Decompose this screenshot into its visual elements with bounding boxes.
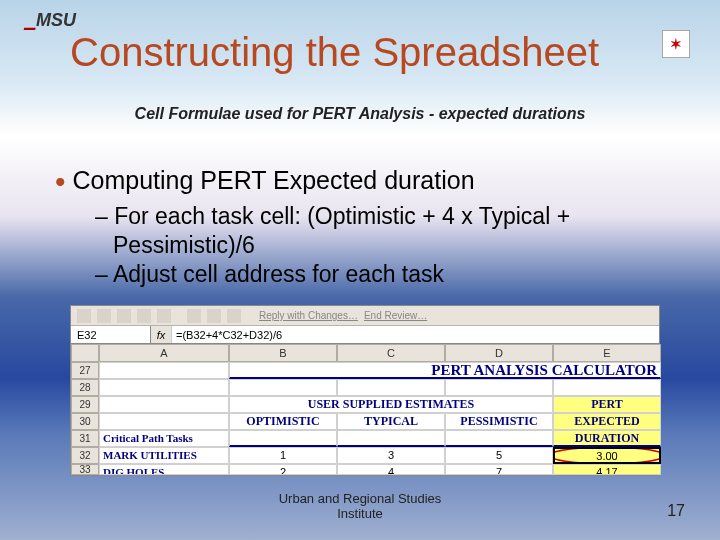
formula-input[interactable]: =(B32+4*C32+D32)/6 — [171, 326, 659, 343]
pert-title[interactable]: PERT ANALYSIS CALCULATOR — [229, 362, 661, 379]
col-pessimistic[interactable]: PESSIMISTIC — [445, 413, 553, 430]
cell[interactable]: 1 — [229, 447, 337, 464]
col-optimistic[interactable]: OPTIMISTIC — [229, 413, 337, 430]
pert-header[interactable]: EXPECTED — [553, 413, 661, 430]
sub-bullet-2: – Adjust cell address for each task — [95, 260, 680, 289]
fx-icon[interactable]: fx — [151, 329, 171, 341]
name-box[interactable]: E32 — [71, 326, 151, 343]
row-header[interactable]: 31 — [71, 430, 99, 447]
row-header[interactable]: 28 — [71, 379, 99, 396]
user-supplied-header[interactable]: USER SUPPLIED ESTIMATES — [229, 396, 553, 413]
cell[interactable] — [229, 379, 337, 396]
bullet-text: Computing PERT Expected duration — [72, 166, 474, 194]
cell[interactable] — [99, 396, 229, 413]
row-header[interactable]: 27 — [71, 362, 99, 379]
col-header[interactable]: C — [337, 344, 445, 362]
col-header[interactable]: B — [229, 344, 337, 362]
corner-cell[interactable] — [71, 344, 99, 362]
toolbar-icon[interactable] — [157, 309, 171, 323]
pert-header[interactable]: PERT — [553, 396, 661, 413]
bullet-dot-icon: • — [55, 165, 66, 198]
col-header[interactable]: A — [99, 344, 229, 362]
msu-logo: ⎯MSU — [25, 10, 76, 31]
slide-title: Constructing the Spreadsheet — [70, 30, 599, 75]
sub-bullets: – For each task cell: (Optimistic + 4 x … — [95, 202, 680, 288]
selected-cell[interactable]: 3.00 — [553, 447, 661, 464]
toolbar-icon[interactable] — [227, 309, 241, 323]
end-review-link[interactable]: End Review… — [364, 310, 427, 321]
toolbar-icon[interactable] — [77, 309, 91, 323]
col-header[interactable]: E — [553, 344, 661, 362]
toolbar: Reply with Changes… End Review… — [71, 306, 659, 326]
cell[interactable] — [553, 379, 661, 396]
footer: Urban and Regional Studies Institute — [0, 491, 720, 522]
grid: A B C D E 27 PERT ANALYSIS CALCULATOR 28… — [71, 344, 659, 475]
toolbar-icon[interactable] — [97, 309, 111, 323]
toolbar-icon[interactable] — [117, 309, 131, 323]
toolbar-icon[interactable] — [207, 309, 221, 323]
row-header[interactable]: 30 — [71, 413, 99, 430]
footer-line1: Urban and Regional Studies — [279, 491, 442, 506]
critical-path-label[interactable]: Critical Path Tasks — [99, 430, 229, 447]
cell[interactable] — [445, 379, 553, 396]
cell[interactable] — [99, 379, 229, 396]
sub-bullet-1: – For each task cell: (Optimistic + 4 x … — [95, 202, 680, 260]
cell[interactable]: 5 — [445, 447, 553, 464]
cell[interactable]: 2 — [229, 464, 337, 475]
cell[interactable] — [99, 413, 229, 430]
cell[interactable]: 4 — [337, 464, 445, 475]
col-header[interactable]: D — [445, 344, 553, 362]
cell[interactable] — [99, 362, 229, 379]
row-header[interactable]: 32 — [71, 447, 99, 464]
col-typical[interactable]: TYPICAL — [337, 413, 445, 430]
reply-changes-link[interactable]: Reply with Changes… — [259, 310, 358, 321]
cell[interactable]: 4.17 — [553, 464, 661, 475]
cell[interactable]: 7 — [445, 464, 553, 475]
formula-bar: E32 fx =(B32+4*C32+D32)/6 — [71, 326, 659, 344]
slide-subtitle: Cell Formulae used for PERT Analysis - e… — [0, 105, 720, 123]
toolbar-icon[interactable] — [187, 309, 201, 323]
cell[interactable] — [337, 379, 445, 396]
cell[interactable] — [229, 430, 337, 447]
row-header[interactable]: 29 — [71, 396, 99, 413]
footer-line2: Institute — [337, 506, 383, 521]
spreadsheet: Reply with Changes… End Review… E32 fx =… — [70, 305, 660, 476]
page-number: 17 — [667, 502, 685, 520]
pert-header[interactable]: DURATION — [553, 430, 661, 447]
corner-logo: ✶ — [662, 30, 690, 58]
cell[interactable]: 3 — [337, 447, 445, 464]
bullet-main: • Computing PERT Expected duration — [55, 165, 475, 199]
cell[interactable] — [445, 430, 553, 447]
task-label[interactable]: MARK UTILITIES — [99, 447, 229, 464]
cell[interactable] — [337, 430, 445, 447]
row-header[interactable]: 33 — [71, 464, 99, 475]
cell-value: 3.00 — [596, 450, 617, 462]
toolbar-icon[interactable] — [137, 309, 151, 323]
task-label[interactable]: DIG HOLES — [99, 464, 229, 475]
